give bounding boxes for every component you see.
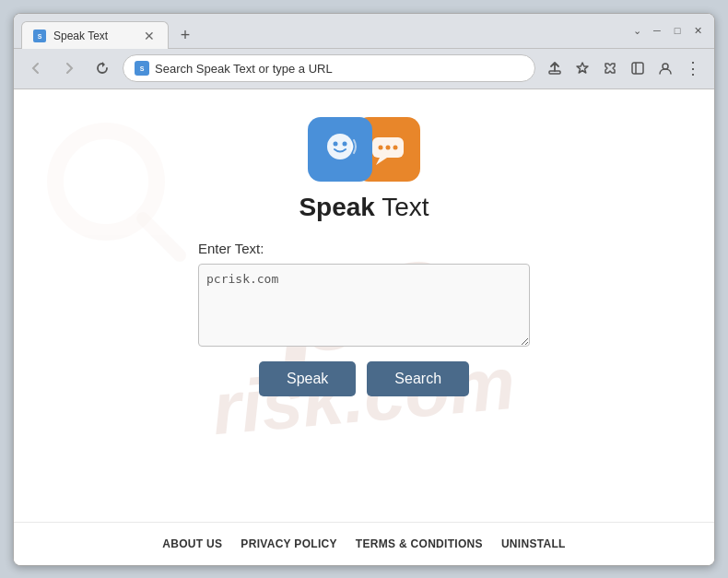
tab-title: Speak Text	[53, 29, 135, 42]
sidebar-icon[interactable]	[626, 56, 650, 80]
button-row: Speak Search	[198, 361, 530, 396]
nav-icons: ⋮	[543, 56, 705, 80]
new-tab-button[interactable]: +	[172, 22, 198, 48]
svg-text:S: S	[38, 33, 42, 40]
share-icon[interactable]	[543, 56, 567, 80]
close-button[interactable]: ✕	[690, 23, 705, 38]
footer: ABOUT US PRIVACY POLICY TERMS & CONDITIO…	[14, 522, 714, 565]
address-favicon: S	[135, 61, 149, 76]
enter-text-label: Enter Text:	[198, 241, 264, 256]
tab-strip: S Speak Text ✕ +	[21, 13, 198, 48]
chevron-down-icon[interactable]: ⌄	[629, 23, 644, 38]
forward-button[interactable]	[56, 55, 82, 81]
logo-icons	[308, 117, 420, 182]
svg-point-16	[393, 145, 398, 149]
uninstall-link[interactable]: UNINSTALL	[501, 537, 566, 550]
svg-point-10	[327, 134, 353, 159]
svg-text:S: S	[140, 65, 145, 72]
privacy-policy-link[interactable]: PRIVACY POLICY	[241, 537, 336, 550]
logo-container: Speak Text	[299, 117, 429, 222]
window-controls: ⌄ ─ □ ✕	[629, 23, 705, 38]
title-bar: S Speak Text ✕ + ⌄ ─ □ ✕	[14, 14, 714, 49]
address-text: Search Speak Text or type a URL	[155, 62, 523, 76]
profile-icon[interactable]	[653, 56, 677, 80]
logo-icon-blue	[308, 117, 372, 182]
reload-button[interactable]	[89, 55, 115, 81]
main-content: Speak Text Enter Text: pcrisk.com Speak …	[14, 89, 714, 522]
text-input[interactable]: pcrisk.com	[198, 264, 530, 347]
terms-conditions-link[interactable]: TERMS & CONDITIONS	[356, 537, 483, 550]
form-section: Enter Text: pcrisk.com Speak Search	[198, 241, 530, 396]
active-tab[interactable]: S Speak Text ✕	[21, 21, 169, 49]
minimize-button[interactable]: ─	[650, 23, 664, 38]
svg-point-15	[386, 145, 391, 149]
svg-point-12	[343, 141, 347, 146]
back-button[interactable]	[23, 55, 49, 81]
svg-rect-4	[549, 71, 560, 74]
maximize-button[interactable]: □	[670, 23, 685, 38]
nav-bar: S Search Speak Text or type a URL ⋮	[14, 49, 714, 89]
logo-title: Speak Text	[299, 193, 429, 222]
speak-button[interactable]: Speak	[259, 361, 356, 396]
more-options-icon[interactable]: ⋮	[681, 56, 705, 80]
tab-favicon: S	[33, 29, 46, 42]
svg-point-14	[379, 145, 383, 149]
svg-point-11	[334, 141, 338, 146]
star-icon[interactable]	[570, 56, 594, 80]
page-content: pc risk.com	[14, 89, 714, 565]
browser-window: S Speak Text ✕ + ⌄ ─ □ ✕	[13, 13, 715, 566]
extensions-icon[interactable]	[598, 56, 622, 80]
svg-rect-5	[632, 63, 643, 74]
tab-close-button[interactable]: ✕	[142, 29, 157, 42]
search-button[interactable]: Search	[367, 361, 469, 396]
about-us-link[interactable]: ABOUT US	[162, 537, 222, 550]
address-bar[interactable]: S Search Speak Text or type a URL	[123, 54, 535, 82]
speak-face-icon	[317, 126, 363, 172]
svg-point-7	[663, 64, 668, 69]
